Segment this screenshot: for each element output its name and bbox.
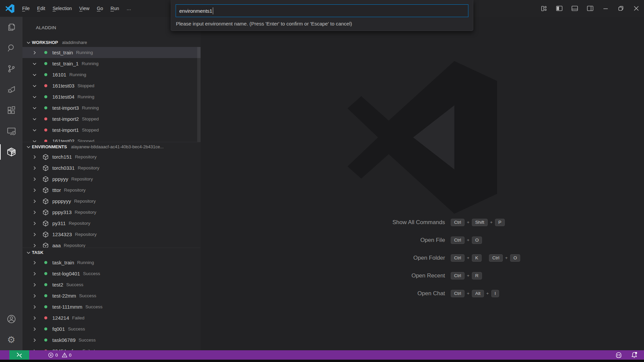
twisty[interactable]: [32, 221, 37, 226]
activity-remote-explorer[interactable]: [0, 121, 22, 142]
activity-explorer[interactable]: [0, 17, 22, 38]
tree-item-test-import2[interactable]: test-import2Stopped: [22, 113, 201, 124]
twisty[interactable]: [32, 61, 37, 66]
twisty[interactable]: [32, 293, 37, 299]
tree-item-124214[interactable]: 124214Failed: [22, 312, 201, 323]
tree-item-test_train[interactable]: test_trainRunning: [22, 47, 201, 58]
activity-settings[interactable]: ⚙: [0, 329, 22, 350]
repository-icon: [43, 187, 49, 193]
status-dot: [43, 116, 49, 122]
twisty[interactable]: [32, 210, 37, 215]
twisty[interactable]: [32, 127, 37, 133]
tree-item-test-import1[interactable]: test-import1Stopped: [22, 124, 201, 136]
tree-item-test-import3[interactable]: test-import3Running: [22, 102, 201, 113]
menu-go[interactable]: Go: [93, 0, 107, 17]
activity-extensions[interactable]: [0, 100, 22, 121]
environment-name-input[interactable]: environments1: [176, 4, 469, 17]
plus-separator: +: [467, 273, 470, 278]
toggle-panel-button[interactable]: [567, 0, 582, 17]
twisty[interactable]: [32, 243, 37, 248]
tree-item-pppy313[interactable]: pppy313Repository: [22, 207, 201, 218]
keycap-i: I: [491, 290, 499, 297]
toggle-secondary-sidebar-button[interactable]: [582, 0, 598, 17]
activity-accounts[interactable]: [0, 309, 22, 329]
tree-item-torch151[interactable]: torch151Repository: [22, 151, 201, 162]
twisty[interactable]: [32, 165, 37, 171]
twisty[interactable]: [32, 326, 37, 332]
twisty[interactable]: [32, 83, 37, 89]
twisty[interactable]: [32, 199, 37, 204]
menu-overflow[interactable]: …: [123, 0, 135, 17]
twisty[interactable]: [32, 94, 37, 100]
activity-run-debug[interactable]: [0, 79, 22, 100]
twisty[interactable]: [32, 105, 37, 111]
twisty[interactable]: [32, 176, 37, 182]
twisty[interactable]: [32, 72, 37, 77]
tree-item-ppppyyy[interactable]: ppppyyyRepository: [22, 196, 201, 207]
activity-search[interactable]: [0, 38, 22, 58]
twisty[interactable]: [32, 304, 37, 310]
menu-view[interactable]: View: [75, 0, 93, 17]
minimize-button[interactable]: [598, 0, 613, 17]
copilot-icon: [615, 351, 623, 359]
tree-item-test-111mmm[interactable]: test-111mmmSuccess: [22, 301, 201, 312]
toggle-sidebar-button[interactable]: [551, 0, 567, 17]
tree-item-fq001[interactable]: fq001Success: [22, 323, 201, 334]
repository-icon: [43, 243, 49, 248]
twisty[interactable]: [32, 188, 37, 193]
tree-item-pppyyy[interactable]: pppyyyRepository: [22, 173, 201, 185]
twisty[interactable]: [32, 271, 37, 276]
restore-button[interactable]: [613, 0, 629, 17]
tree-item-aaa[interactable]: aaaRepository: [22, 240, 201, 248]
section-header-environments[interactable]: ENVIRONMENTSalayanew-b8daaacf-ac41-40b3-…: [22, 142, 201, 151]
warning-icon: [62, 352, 67, 358]
twisty[interactable]: [32, 50, 37, 55]
tree-item-test2[interactable]: test2Success: [22, 279, 201, 290]
twisty[interactable]: [32, 338, 37, 343]
item-name: pppyyy: [52, 176, 68, 182]
tree-item-test-22mm[interactable]: test-22mmSuccess: [22, 290, 201, 301]
customize-layout-button[interactable]: [536, 0, 551, 17]
menu-selection[interactable]: Selection: [49, 0, 76, 17]
tree-item-161test04[interactable]: 161test04Running: [22, 91, 201, 102]
quick-input-dialog: environments1 Please input environment n…: [171, 0, 474, 31]
tree-item-1234323[interactable]: 1234323Repository: [22, 229, 201, 240]
twisty[interactable]: [32, 315, 37, 321]
tree-item-torch0331[interactable]: torch0331Repository: [22, 162, 201, 173]
keycap-ctrl: Ctrl: [451, 237, 465, 244]
status-dot: [43, 315, 49, 321]
remote-indicator[interactable]: [9, 350, 29, 360]
item-name: 161test04: [52, 94, 74, 100]
status-dot-running: [44, 62, 47, 65]
menu-file[interactable]: File: [18, 0, 34, 17]
activity-source-control[interactable]: [0, 58, 22, 79]
menu-edit[interactable]: Edit: [34, 0, 49, 17]
twisty[interactable]: [32, 154, 37, 160]
twisty[interactable]: [32, 282, 37, 288]
tree-item-161test02[interactable]: 161test02Stopped: [22, 136, 201, 142]
tree-item-test_train_1[interactable]: test_train_1Running: [22, 58, 201, 69]
close-button[interactable]: [629, 0, 644, 17]
tree-item-16101[interactable]: 16101Running: [22, 69, 201, 80]
tree-item-task_train[interactable]: task_trainRunning: [22, 257, 201, 268]
tree-item-tttor[interactable]: tttorRepository: [22, 185, 201, 196]
notifications-button[interactable]: [627, 350, 644, 360]
tree-item-py311[interactable]: py311Repository: [22, 218, 201, 229]
chevron-right-icon: [32, 50, 37, 55]
tree-item-23454rwfnw[interactable]: 23454rwfnwFailed: [22, 346, 201, 350]
menu-run[interactable]: Run: [107, 0, 123, 17]
activity-aladdin[interactable]: [0, 142, 22, 162]
tree-item-test-log0401[interactable]: test-log0401Success: [22, 268, 201, 279]
scrollbar-thumb[interactable]: [197, 47, 201, 142]
twisty[interactable]: [32, 116, 37, 122]
tree-item-task06789[interactable]: task06789Success: [22, 334, 201, 346]
tree-item-161test03[interactable]: 161test03Stopped: [22, 80, 201, 91]
copilot-button[interactable]: [611, 350, 627, 360]
item-name: test-111mmm: [52, 304, 82, 310]
problems-status[interactable]: 0 0: [48, 352, 71, 358]
section-header-task[interactable]: TASK: [22, 248, 201, 257]
twisty[interactable]: [32, 260, 37, 265]
twisty[interactable]: [32, 139, 37, 142]
section-header-workshop[interactable]: WORKSHOPaladdinshare: [22, 38, 201, 47]
twisty[interactable]: [32, 232, 37, 237]
